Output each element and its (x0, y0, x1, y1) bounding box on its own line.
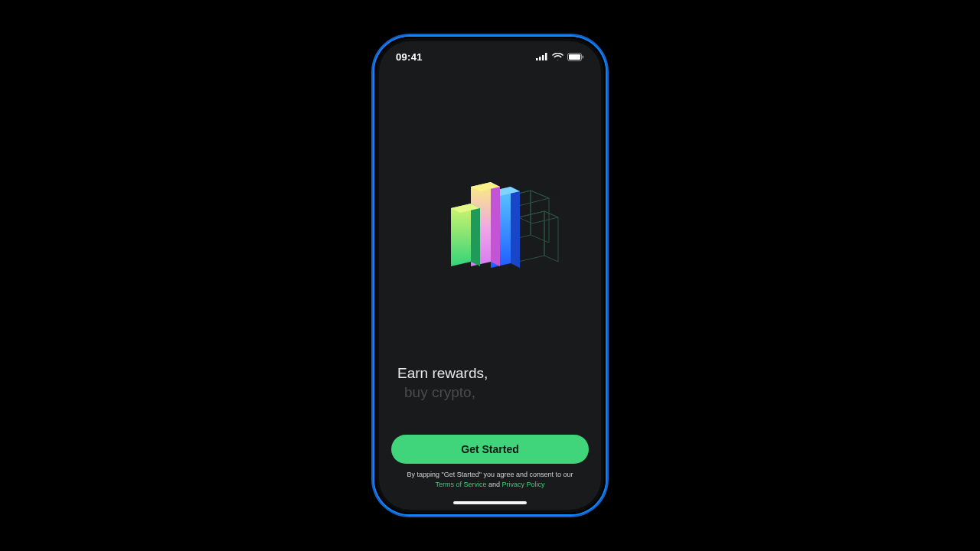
phone-frame: 09:41 (374, 37, 606, 514)
svg-rect-1 (539, 57, 541, 60)
svg-marker-14 (511, 187, 520, 268)
svg-marker-20 (471, 204, 480, 266)
svg-marker-17 (491, 182, 500, 266)
tagline-inactive: buy crypto, (397, 383, 583, 403)
get-started-button[interactable]: Get Started (391, 435, 589, 464)
tagline-active: Earn rewards, (397, 364, 583, 383)
battery-icon (567, 53, 584, 61)
terms-of-service-link[interactable]: Terms of Service (435, 481, 486, 488)
svg-rect-6 (583, 55, 584, 58)
hero-illustration (379, 72, 601, 364)
get-started-label: Get Started (461, 443, 518, 455)
privacy-policy-link[interactable]: Privacy Policy (502, 481, 545, 488)
svg-rect-2 (542, 55, 544, 60)
screen: 09:41 (379, 41, 601, 510)
svg-marker-19 (451, 204, 471, 266)
home-indicator[interactable] (453, 501, 527, 504)
crypto-cubes-icon (417, 164, 563, 294)
svg-rect-3 (545, 53, 547, 60)
cellular-icon (536, 53, 548, 60)
status-bar: 09:41 (379, 41, 601, 72)
svg-marker-8 (531, 191, 549, 243)
svg-marker-12 (518, 211, 558, 223)
svg-rect-5 (569, 54, 580, 60)
taglines: Earn rewards, buy crypto, (379, 364, 601, 403)
wifi-icon (552, 53, 564, 60)
svg-rect-0 (536, 58, 538, 60)
legal-prefix: By tapping "Get Started" you agree and c… (407, 471, 573, 478)
status-time: 09:41 (396, 51, 423, 63)
legal-and: and (486, 481, 501, 488)
